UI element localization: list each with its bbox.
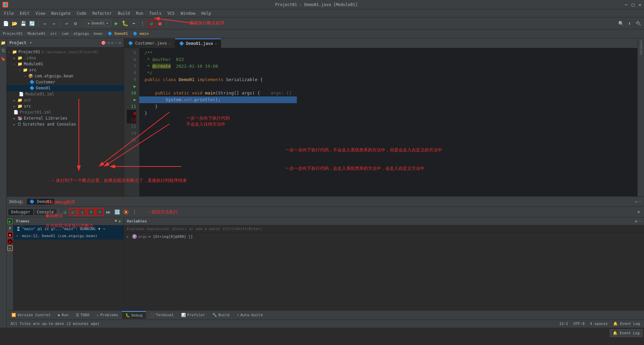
tab-demo01-java[interactable]: 🔷 Demo01.java ✕ <box>175 39 221 48</box>
stop-button[interactable]: ■ <box>156 20 164 27</box>
add-frame-btn[interactable]: + <box>118 219 121 224</box>
panel-collapse-btn[interactable]: ≡ <box>107 41 110 45</box>
tab-problems[interactable]: ⚠ Problems <box>93 312 121 319</box>
tab-auto-build[interactable]: ⚡ Auto-build <box>233 312 266 319</box>
tree-item-idea[interactable]: ▶ 📁 .idea <box>7 55 124 61</box>
debugger-tab[interactable]: Debugger <box>8 209 34 215</box>
remove-watch-btn[interactable]: − <box>639 219 641 224</box>
menu-file[interactable]: File <box>1 10 16 16</box>
evaluate-btn[interactable]: 🔢 <box>113 208 121 216</box>
run-config-selector[interactable]: ▶ Demo01 ▾ <box>85 20 111 26</box>
thread-filter-btn[interactable]: ▼ <box>98 227 101 231</box>
menu-refactor[interactable]: Refactor <box>90 10 114 16</box>
tab-terminal[interactable]: ⬛ Terminal <box>147 312 177 319</box>
sidebar-bookmarks-icon[interactable]: 🔖 <box>0 56 7 62</box>
panel-locate-btn[interactable]: 🎯 <box>101 41 106 45</box>
tree-item-src[interactable]: ▾ 📁 src <box>7 67 124 73</box>
minimize-button[interactable]: ─ <box>625 2 628 7</box>
tab-version-control[interactable]: 🔀 Version Control <box>8 312 54 319</box>
mute-button[interactable]: ✏ <box>7 246 13 251</box>
tree-item-demo01[interactable]: 🔷 Demo01 <box>7 85 124 91</box>
panel-gear-btn[interactable]: ⚙ <box>119 41 121 45</box>
menu-window[interactable]: Window <box>178 10 198 16</box>
tab-close-customer[interactable]: ✕ <box>169 42 171 45</box>
event-log-widget[interactable]: 🔔 Event Log <box>610 329 643 337</box>
breadcrumb-bean[interactable]: bean <box>94 31 103 36</box>
forward-button[interactable]: → <box>50 20 57 27</box>
resume-button[interactable]: ▶ <box>7 219 13 224</box>
tree-item-scratches[interactable]: ▶ 🗒 Scratches and Consoles <box>7 121 124 127</box>
thread-item-main[interactable]: 🧵 "main" @1 in gr..."main": RUNNING ▼ + <box>13 225 124 232</box>
debug-rerun-btn[interactable]: ↺ <box>61 208 69 216</box>
breadcrumb-file[interactable]: 🔷 Demo01 <box>108 31 128 36</box>
tree-item-module[interactable]: ▾ 📁 Module01 <box>7 61 124 67</box>
update-button[interactable]: ⬆ <box>626 20 633 27</box>
debug-tab-demo01[interactable]: 🔷 Demo01 <box>26 198 55 205</box>
tab-profiler[interactable]: 📊 Profiler <box>178 312 208 319</box>
more-debug-btn[interactable]: ⋮ <box>130 208 139 216</box>
stop-debug-button[interactable]: ■ <box>7 232 13 237</box>
run-to-cursor-btn[interactable]: ⏭ <box>104 208 112 216</box>
plugin-button[interactable]: 🔌 <box>635 20 642 27</box>
menu-run[interactable]: Run <box>133 10 146 16</box>
thread-add-btn[interactable]: + <box>103 227 105 231</box>
frame-item-main[interactable]: ↩ main:12, Demo01 (com.atguigu.bean) <box>13 232 124 239</box>
tree-item-customer[interactable]: 🔷 Customer <box>7 79 124 85</box>
more-run-button[interactable]: ⋮ <box>139 20 146 27</box>
tab-todo[interactable]: ☰ TODO <box>72 312 93 319</box>
menu-edit[interactable]: Edit <box>17 10 32 16</box>
close-button[interactable]: ✕ <box>639 2 641 7</box>
settings-button[interactable]: ⚙ <box>72 20 79 27</box>
step-over-button[interactable]: ↓⬚ <box>69 208 77 216</box>
menu-vcs[interactable]: VCS <box>165 10 177 16</box>
status-position[interactable]: 12:1 <box>558 322 570 326</box>
tab-run[interactable]: ▶ Run <box>55 312 72 319</box>
menu-tools[interactable]: Tools <box>147 10 164 16</box>
status-encoding[interactable]: UTF-8 <box>572 322 586 326</box>
new-file-button[interactable]: 📄 <box>2 20 9 27</box>
run-button[interactable]: ▶ <box>113 20 120 27</box>
force-step-into-button[interactable]: ⬇ <box>87 208 95 216</box>
pause-button[interactable]: ⏸ <box>7 225 13 231</box>
tab-debug[interactable]: 🐛 Debug <box>122 311 146 319</box>
coverage-button[interactable]: ☂ <box>130 20 138 27</box>
breadcrumb-module[interactable]: Module01 <box>28 31 45 36</box>
menu-view[interactable]: View <box>33 10 48 16</box>
open-button[interactable]: 📂 <box>11 20 18 27</box>
console-tab[interactable]: Console <box>34 209 57 215</box>
tree-root[interactable]: ▾ 📁 Project01 D:\workspace_idea1\Project… <box>7 49 124 55</box>
debug-close-btn[interactable]: ─ <box>639 199 641 204</box>
mute-breakpoints-btn[interactable]: 🔕 <box>122 208 130 216</box>
debug-settings-btn[interactable]: ⚙ <box>635 199 638 204</box>
breadcrumb-project[interactable]: Project01 <box>3 31 23 36</box>
tree-item-project-iml[interactable]: 📄 Project01.iml <box>7 109 124 115</box>
sync-button[interactable]: 🔄 <box>28 20 36 27</box>
panel-close-btn[interactable]: ─ <box>115 41 117 45</box>
menu-code[interactable]: Code <box>74 10 89 16</box>
step-out-button[interactable]: ↑ <box>96 208 104 216</box>
sidebar-project-icon[interactable]: 📁 <box>0 40 7 46</box>
back-button[interactable]: ← <box>41 20 49 27</box>
status-indent[interactable]: 4 spaces <box>589 322 609 326</box>
undo-button[interactable]: ↩ <box>63 20 70 27</box>
thread-filter-icon[interactable]: ▼ <box>115 219 117 224</box>
menu-navigate[interactable]: Navigate <box>49 10 73 16</box>
panel-settings-btn[interactable]: ⚙ <box>111 41 113 45</box>
save-button[interactable]: 💾 <box>19 20 27 27</box>
panel-dropdown[interactable]: ▾ <box>30 41 32 45</box>
run-config-dropdown[interactable]: ▾ <box>106 21 108 25</box>
tree-item-module-iml[interactable]: 📄 Module01.iml <box>7 91 124 97</box>
restore-layout-btn[interactable]: ⊞ <box>635 208 643 216</box>
code-content[interactable]: /** * @author RZZ * @create 2022-02-10 1… <box>139 48 297 196</box>
menu-build[interactable]: Build <box>115 10 132 16</box>
breadcrumb-src[interactable]: src <box>50 31 57 36</box>
right-tab-database[interactable]: Database <box>639 38 643 57</box>
tree-item-package[interactable]: ▾ 📦 com.atguigu.bean <box>7 73 124 79</box>
var-arrow[interactable]: ▶ <box>127 235 131 238</box>
debug-run-button[interactable]: 🐛 <box>121 20 129 27</box>
maximize-button[interactable]: □ <box>632 2 634 7</box>
sidebar-structure-icon[interactable]: 🏗 <box>0 48 6 54</box>
menu-help[interactable]: Help <box>199 10 214 16</box>
add-watch-btn[interactable]: + <box>635 219 637 224</box>
event-log-btn[interactable]: 🔔 Event Log <box>612 322 641 326</box>
